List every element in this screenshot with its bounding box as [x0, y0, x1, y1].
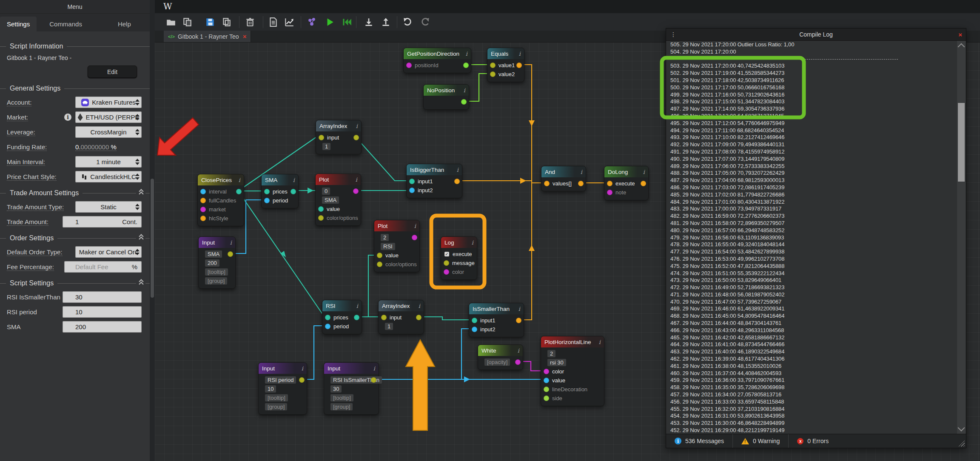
port-lineDecoration[interactable]: [544, 387, 549, 392]
node-header[interactable]: Logi: [441, 237, 477, 248]
port-period[interactable]: [325, 324, 330, 329]
port-message[interactable]: [444, 260, 449, 266]
stepper-icon[interactable]: [135, 171, 140, 182]
tab-commands[interactable]: Commands: [43, 17, 89, 31]
port-prices[interactable]: [325, 315, 330, 320]
price-chart-style-select[interactable]: CandlestickHLC: [75, 171, 142, 182]
node-header[interactable]: IsBiggerThani: [407, 164, 462, 175]
stepper-icon[interactable]: [135, 246, 140, 258]
node-header[interactable]: Whitei: [478, 345, 523, 356]
output-port[interactable]: [291, 189, 296, 194]
sidebar-scrollbar-thumb[interactable]: [151, 179, 154, 298]
port-value[interactable]: [544, 378, 549, 383]
node-info-icon[interactable]: i: [414, 223, 416, 229]
node-header[interactable]: DoLongi: [604, 166, 648, 177]
node-info-icon[interactable]: i: [466, 51, 467, 57]
upload-icon[interactable]: [381, 17, 391, 27]
output-port[interactable]: [236, 189, 242, 194]
node-info-icon[interactable]: i: [518, 306, 520, 312]
output-port[interactable]: [454, 179, 460, 184]
output-port[interactable]: [353, 188, 359, 194]
port-prices[interactable]: [264, 189, 270, 194]
port-color[interactable]: [444, 269, 449, 275]
stepper-icon[interactable]: [135, 97, 140, 108]
node-input-rsi-period[interactable]: InputiRSI period10[tooltip][group]: [258, 362, 307, 415]
download-icon[interactable]: [364, 17, 374, 27]
node-header[interactable]: ArrayIndexi: [379, 300, 424, 311]
node-header[interactable]: ArrayIndexi: [316, 120, 361, 131]
node-rsi-node[interactable]: RSIipricesperiod: [322, 300, 362, 334]
node-field[interactable]: RSI period: [265, 376, 296, 384]
node-header[interactable]: Inputi: [199, 237, 235, 248]
node-field[interactable]: 10: [265, 385, 276, 393]
compile-log-close-icon[interactable]: ×: [958, 31, 962, 38]
port-value2[interactable]: [490, 71, 496, 77]
node-header[interactable]: IsSmallerThani: [469, 303, 524, 314]
port-note[interactable]: [607, 190, 612, 195]
node-field[interactable]: [tooltip]: [265, 394, 288, 401]
info-icon[interactable]: i: [64, 114, 71, 121]
node-field[interactable]: [tooltip]: [205, 268, 228, 276]
node-sma-node[interactable]: SMAipricesperiod: [261, 174, 299, 208]
node-field[interactable]: 0: [322, 188, 330, 195]
port-input1[interactable]: [472, 318, 477, 323]
node-info-icon[interactable]: i: [518, 347, 519, 354]
node-info-icon[interactable]: i: [239, 177, 240, 183]
node-equals[interactable]: Equalsivalue1value2: [487, 48, 524, 82]
node-header[interactable]: PlotHorizontalLinei: [541, 336, 604, 347]
port-value[interactable]: [377, 253, 382, 258]
node-and-node[interactable]: Andivalues[]: [541, 166, 586, 191]
node-info-icon[interactable]: i: [373, 365, 375, 372]
port-hlcStyle[interactable]: [200, 216, 206, 221]
output-port[interactable]: [228, 251, 233, 257]
trade-amount-type-select[interactable]: Static: [75, 201, 142, 213]
node-header[interactable]: Andi: [541, 166, 586, 177]
output-port[interactable]: [578, 181, 584, 186]
output-port[interactable]: [641, 181, 646, 186]
node-header[interactable]: Ploti: [374, 220, 419, 231]
collapse-chevron-icon[interactable]: [140, 281, 143, 286]
save-icon[interactable]: [205, 17, 215, 27]
port-input1[interactable]: [409, 179, 415, 184]
port-input2[interactable]: [472, 327, 477, 332]
node-header[interactable]: GetPositionDirectioni: [404, 48, 471, 59]
default-order-type-select[interactable]: Maker or Cancel Orc: [75, 246, 142, 258]
kebab-menu-icon[interactable]: ⋮: [670, 31, 676, 38]
node-info-icon[interactable]: i: [419, 303, 420, 309]
new-file-icon[interactable]: [268, 17, 278, 27]
port-interval[interactable]: [200, 189, 206, 194]
undo-icon[interactable]: [402, 17, 413, 27]
node-field[interactable]: 30: [330, 385, 342, 393]
redo-icon[interactable]: [420, 17, 430, 27]
run-icon[interactable]: [325, 17, 335, 27]
account-select[interactable]: Kraken Futures: [75, 97, 142, 108]
collapse-chevron-icon[interactable]: [140, 236, 143, 241]
node-field[interactable]: SMA: [322, 196, 339, 204]
output-port[interactable]: [515, 359, 521, 365]
node-plot-rsi[interactable]: Ploti2RSIvaluecolor/options: [374, 220, 420, 272]
node-field[interactable]: [tooltip]: [330, 394, 353, 401]
port-execute[interactable]: [607, 181, 612, 186]
stepper-icon[interactable]: [135, 201, 140, 213]
output-port[interactable]: [416, 315, 422, 320]
node-field[interactable]: SMA: [205, 250, 222, 258]
execute-checkbox[interactable]: ✓: [444, 252, 449, 256]
node-field[interactable]: 1: [385, 323, 393, 330]
node-info-icon[interactable]: i: [464, 87, 465, 94]
stepper-icon[interactable]: [135, 111, 140, 123]
node-header[interactable]: ClosePricesi: [198, 174, 244, 185]
port-positionId[interactable]: [406, 63, 412, 68]
port-fullCandles[interactable]: [200, 198, 206, 203]
edit-button[interactable]: Edit: [88, 65, 137, 78]
stepper-icon[interactable]: [135, 126, 140, 138]
port-input[interactable]: [319, 135, 324, 140]
node-info-icon[interactable]: i: [581, 169, 582, 175]
port-input[interactable]: [381, 315, 387, 320]
node-info-icon[interactable]: i: [643, 169, 645, 175]
sma-input[interactable]: 200: [63, 321, 142, 333]
node-info-icon[interactable]: i: [599, 339, 601, 345]
output-port[interactable]: [353, 135, 359, 140]
node-header[interactable]: Inputi: [259, 363, 307, 374]
node-input-rsi-issmallerthan[interactable]: InputiRSI IsSmallerThan30[tooltip][group…: [324, 362, 379, 415]
node-info-icon[interactable]: i: [293, 177, 295, 183]
